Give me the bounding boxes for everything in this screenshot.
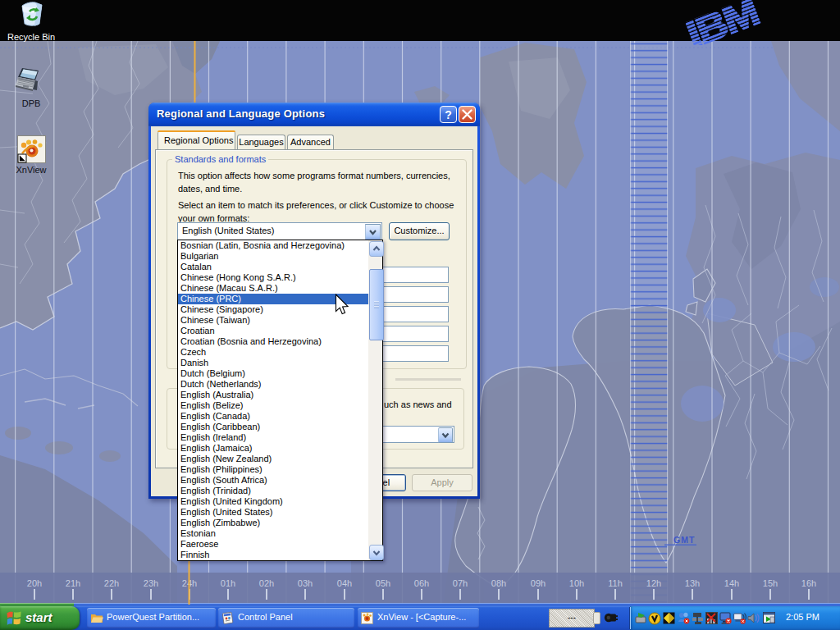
svg-text:07h: 07h	[453, 578, 468, 588]
svg-text:05h: 05h	[376, 578, 390, 588]
svg-text:11h: 11h	[608, 578, 623, 588]
svg-text:21h: 21h	[66, 578, 80, 588]
svg-text:04h: 04h	[337, 578, 352, 588]
svg-text:12h: 12h	[646, 578, 661, 588]
svg-text:03h: 03h	[298, 578, 313, 588]
svg-text:02h: 02h	[259, 578, 274, 588]
svg-text:22h: 22h	[104, 578, 119, 588]
svg-text:09h: 09h	[531, 578, 546, 588]
svg-text:14h: 14h	[724, 578, 739, 588]
svg-text:?: ?	[445, 108, 452, 121]
svg-text:16h: 16h	[801, 578, 816, 588]
svg-text:13h: 13h	[685, 578, 700, 588]
svg-text:GMT: GMT	[673, 535, 695, 545]
svg-text:20h: 20h	[27, 578, 42, 588]
svg-text:23h: 23h	[144, 578, 158, 588]
svg-text:15h: 15h	[763, 578, 778, 588]
svg-text:01h: 01h	[221, 578, 235, 588]
svg-text:10h: 10h	[569, 578, 584, 588]
svg-text:06h: 06h	[414, 578, 429, 588]
svg-text:IBM: IBM	[686, 0, 763, 45]
svg-text:08h: 08h	[491, 578, 506, 588]
